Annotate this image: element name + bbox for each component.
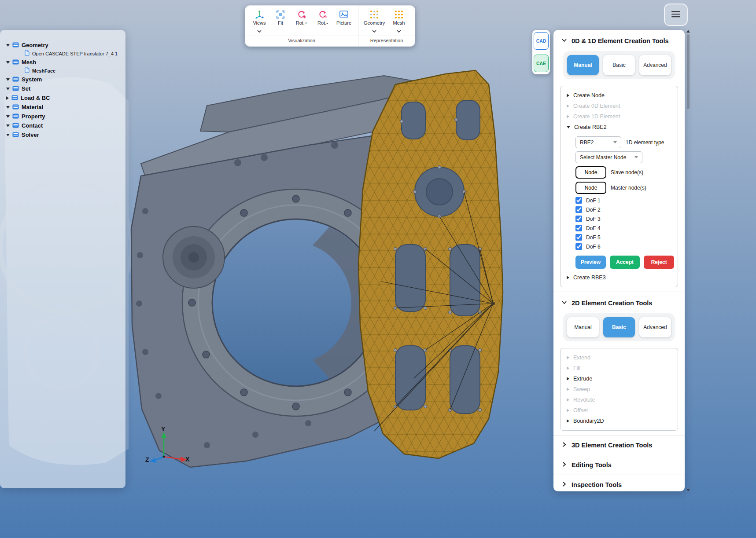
chevron-down-icon[interactable] [6, 61, 10, 64]
master-node-pick-button[interactable]: Node [575, 182, 606, 194]
tree-item-system[interactable]: System [4, 75, 125, 84]
tree-item-contact[interactable]: Contact [4, 121, 125, 130]
tool-offset[interactable]: Offset [561, 405, 678, 416]
mesh-representation-button[interactable]: Mesh [387, 10, 411, 34]
chevron-right-icon [567, 419, 569, 423]
section-title: Editing Tools [572, 461, 612, 468]
tree-item-meshface[interactable]: MeshFace [4, 67, 125, 75]
section-header-editing[interactable]: Editing Tools [553, 455, 685, 475]
tool-create-rbe3[interactable]: Create RBE3 [561, 272, 678, 283]
rotate-plus-button[interactable]: Rot.+ [291, 10, 312, 34]
axis-label-y: Y [161, 425, 166, 432]
tree-item-geometry[interactable]: Geometry [4, 40, 125, 50]
chevron-right-icon[interactable] [6, 96, 9, 100]
dof5-checkbox[interactable] [575, 234, 582, 241]
tool-revolute[interactable]: Revolute [561, 395, 678, 405]
tree-item-mesh[interactable]: Mesh [4, 58, 125, 67]
tab-basic[interactable]: Basic [603, 55, 635, 75]
tool-create-rbe2[interactable]: Create RBE2 [561, 122, 678, 132]
dof5-checkbox-row[interactable]: DoF 5 [575, 234, 674, 241]
rotate-minus-button[interactable]: Rot.- [312, 10, 333, 34]
accept-button[interactable]: Accept [610, 256, 640, 269]
cae-mode-button[interactable]: CAE [534, 55, 549, 72]
tree-item-load-bc[interactable]: Load & BC [4, 93, 125, 102]
section-header-3d[interactable]: 3D Element Creation Tools [553, 435, 685, 455]
tab-advanced-2d[interactable]: Advanced [639, 317, 671, 337]
main-menu-button[interactable] [664, 4, 688, 26]
model-tree-panel: Geometry Open CASCADE STEP translator 7_… [0, 30, 125, 488]
tree-item-set[interactable]: Set [4, 84, 125, 93]
dof2-checkbox-row[interactable]: DoF 2 [575, 206, 674, 213]
dof4-checkbox[interactable] [575, 225, 582, 231]
cad-mode-button[interactable]: CAD [534, 32, 549, 50]
chevron-down-icon [397, 26, 401, 34]
tool-extend[interactable]: Extend [561, 352, 678, 363]
tree-item-solver[interactable]: Solver [4, 130, 125, 139]
rbe2-element-type-select[interactable]: RBE2 [575, 136, 621, 148]
section-header-0d1d[interactable]: 0D & 1D Element Creation Tools [553, 30, 685, 48]
dof4-checkbox-row[interactable]: DoF 4 [575, 225, 674, 231]
chevron-right-icon [567, 377, 569, 381]
chevron-down-icon[interactable] [6, 78, 10, 81]
tool-label: Offset [573, 407, 588, 414]
chevron-down-icon [567, 126, 570, 128]
document-icon [25, 67, 30, 75]
folder-icon [12, 59, 19, 66]
tab-manual-2d[interactable]: Manual [567, 317, 599, 337]
fit-label: Fit [278, 20, 283, 26]
meshed-face[interactable] [358, 70, 503, 458]
chevron-right-icon [561, 481, 567, 488]
rotate-minus-icon [318, 10, 328, 19]
views-button[interactable]: Views [249, 10, 270, 34]
section-title: 3D Element Creation Tools [572, 442, 652, 449]
chevron-down-icon[interactable] [6, 88, 10, 90]
chevron-down-icon [257, 26, 262, 34]
dof3-checkbox-row[interactable]: DoF 3 [575, 216, 674, 222]
dof6-checkbox[interactable] [575, 243, 582, 250]
preview-button[interactable]: Preview [575, 256, 606, 269]
chevron-down-icon[interactable] [6, 134, 10, 136]
tool-label: Create Node [573, 92, 605, 99]
tab-advanced[interactable]: Advanced [639, 55, 671, 75]
master-node-select[interactable]: Select Master Node [575, 151, 642, 163]
scroll-down-arrow[interactable] [686, 489, 690, 491]
tool-sweep[interactable]: Sweep [561, 384, 678, 395]
element-type-label: 1D element type [626, 139, 664, 146]
picture-button[interactable]: Picture [333, 10, 354, 34]
tree-item-step-translator[interactable]: Open CASCADE STEP translator 7_4 1 [4, 50, 125, 58]
tool-create-node[interactable]: Create Node [561, 90, 678, 101]
tool-extrude[interactable]: Extrude [561, 373, 678, 384]
chevron-right-icon [567, 388, 569, 391]
chevron-down-icon[interactable] [6, 115, 10, 118]
rotate-plus-icon [297, 10, 306, 19]
dof3-checkbox[interactable] [575, 216, 582, 222]
document-icon [25, 50, 30, 58]
chevron-down-icon[interactable] [6, 44, 10, 47]
tree-item-property[interactable]: Property [4, 112, 125, 121]
slave-node-pick-button[interactable]: Node [575, 166, 606, 179]
fit-button[interactable]: Fit [270, 10, 291, 34]
tool-fill[interactable]: Fill [561, 363, 678, 373]
panel-scrollbar[interactable] [686, 30, 690, 491]
chevron-down-icon[interactable] [6, 124, 10, 127]
dof6-checkbox-row[interactable]: DoF 6 [575, 243, 674, 250]
dof2-checkbox[interactable] [575, 206, 582, 213]
section-header-inspection[interactable]: Inspection Tools [553, 475, 685, 491]
tool-boundary2d[interactable]: Boundary2D [561, 416, 678, 426]
tab-basic-2d[interactable]: Basic [603, 317, 635, 337]
chevron-down-icon[interactable] [6, 106, 10, 109]
section-header-2d[interactable]: 2D Element Creation Tools [553, 292, 685, 311]
scrollbar-thumb[interactable] [687, 34, 690, 109]
tool-create-0d-element[interactable]: Create 0D Element [561, 101, 678, 111]
tab-manual[interactable]: Manual [567, 55, 599, 75]
dof1-checkbox[interactable] [575, 197, 582, 204]
tree-item-material[interactable]: Material [4, 102, 125, 112]
folder-icon [11, 94, 18, 102]
dof1-checkbox-row[interactable]: DoF 1 [575, 197, 674, 204]
geometry-representation-button[interactable]: Geometry [362, 10, 387, 34]
tool-create-1d-element[interactable]: Create 1D Element [561, 111, 678, 122]
fit-icon [276, 10, 285, 19]
tree-item-label: Load & BC [21, 95, 50, 101]
scroll-up-arrow[interactable] [686, 30, 690, 33]
reject-button[interactable]: Reject [644, 256, 674, 269]
